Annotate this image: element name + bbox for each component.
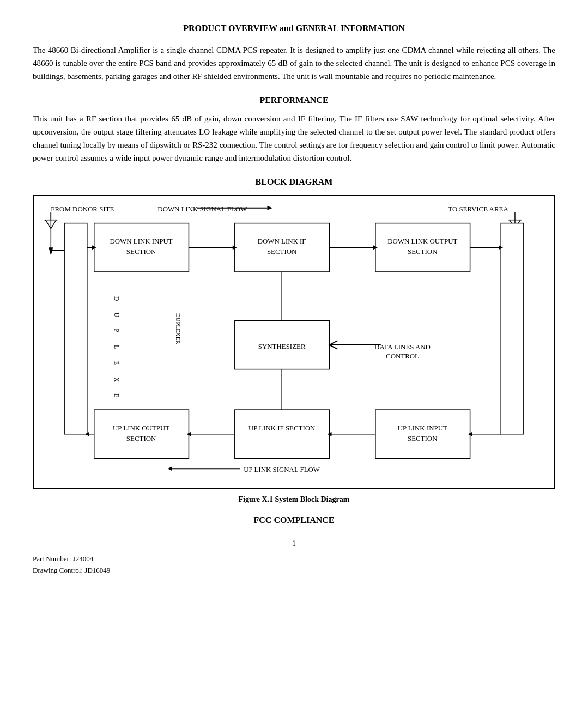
- block-diagram-title: BLOCK DIAGRAM: [33, 175, 555, 189]
- svg-rect-66: [235, 410, 330, 458]
- part-number: Part Number: J24004: [33, 554, 555, 565]
- paragraph-2: This unit has a RF section that provides…: [33, 112, 555, 165]
- svg-marker-81: [168, 466, 172, 471]
- svg-text:UP LINK SIGNAL FLOW: UP LINK SIGNAL FLOW: [244, 466, 320, 473]
- svg-text:DUPLEXER: DUPLEXER: [175, 313, 181, 345]
- page-title: PRODUCT OVERVIEW and GENERAL INFORMATION: [33, 22, 555, 35]
- svg-text:DOWN LINK OUTPUT: DOWN LINK OUTPUT: [387, 238, 457, 245]
- paragraph-1: The 48660 Bi-directional Amplifier is a …: [33, 44, 555, 83]
- svg-text:UP LINK INPUT: UP LINK INPUT: [398, 424, 447, 432]
- svg-text:UP LINK IF SECTION: UP LINK IF SECTION: [248, 424, 316, 432]
- svg-text:FROM DONOR SITE: FROM DONOR SITE: [51, 205, 114, 213]
- svg-line-19: [51, 220, 56, 229]
- svg-text:SECTION: SECTION: [126, 435, 156, 442]
- svg-text:SYNTHESIZER: SYNTHESIZER: [258, 343, 306, 350]
- svg-line-18: [45, 220, 51, 229]
- svg-text:E: E: [113, 393, 120, 397]
- svg-text:TO SERVICE AREA: TO SERVICE AREA: [448, 205, 508, 213]
- svg-text:P: P: [113, 329, 120, 332]
- svg-rect-30: [501, 223, 524, 434]
- svg-text:X: X: [113, 378, 120, 382]
- svg-text:SECTION: SECTION: [408, 435, 438, 442]
- svg-text:SECTION: SECTION: [408, 248, 438, 256]
- svg-text:L: L: [113, 345, 120, 349]
- figure-caption: Figure X.1 System Block Diagram: [33, 494, 555, 505]
- svg-text:U: U: [113, 312, 120, 317]
- svg-text:D: D: [113, 296, 120, 301]
- fcc-compliance-title: FCC COMPLIANCE: [33, 514, 555, 527]
- svg-text:DOWN LINK IF: DOWN LINK IF: [258, 238, 306, 245]
- svg-text:DOWN LINK INPUT: DOWN LINK INPUT: [110, 238, 172, 245]
- page-number: 1: [33, 538, 555, 549]
- block-diagram: FROM DONOR SITE DOWN LINK SIGNAL FLOW TO…: [33, 195, 555, 489]
- svg-marker-17: [49, 247, 53, 256]
- svg-text:DOWN LINK SIGNAL FLOW: DOWN LINK SIGNAL FLOW: [157, 205, 247, 213]
- svg-text:SECTION: SECTION: [267, 248, 297, 256]
- performance-title: PERFORMANCE: [33, 94, 555, 107]
- svg-text:DATA LINES AND: DATA LINES AND: [374, 343, 431, 351]
- svg-text:E: E: [113, 361, 120, 365]
- drawing-control: Drawing Control: JD16049: [33, 565, 555, 576]
- svg-text:SECTION: SECTION: [126, 248, 156, 256]
- svg-text:UP LINK OUTPUT: UP LINK OUTPUT: [113, 424, 169, 432]
- svg-rect-5: [64, 223, 87, 434]
- svg-marker-3: [267, 206, 272, 210]
- svg-text:CONTROL: CONTROL: [386, 353, 419, 360]
- footer: Part Number: J24004 Drawing Control: JD1…: [33, 554, 555, 576]
